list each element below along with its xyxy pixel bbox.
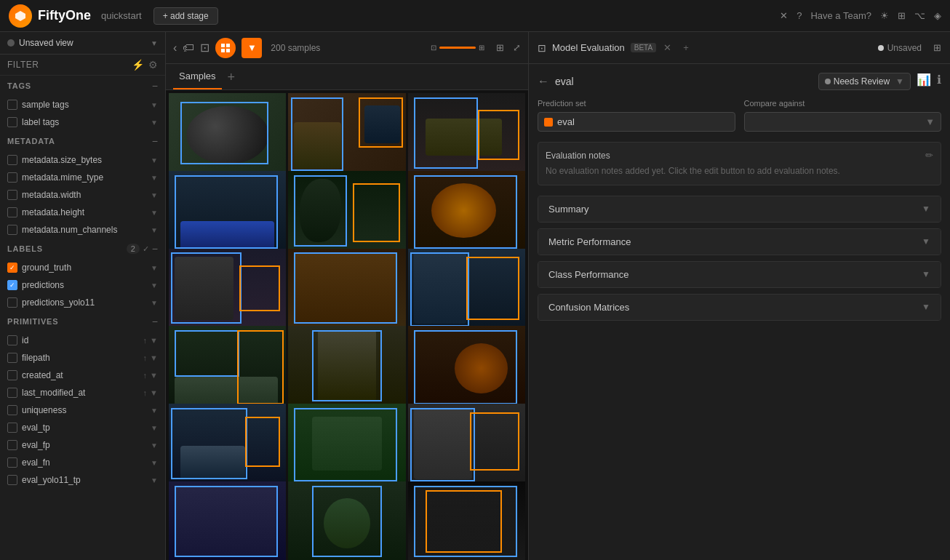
- sidebar-item-uniqueness[interactable]: uniqueness ▼: [0, 401, 165, 419]
- add-panel-button[interactable]: +: [228, 71, 236, 84]
- sidebar-item-sample-tags[interactable]: sample tags ▼: [0, 96, 165, 113]
- lightning-icon[interactable]: ⚡: [132, 59, 144, 71]
- width-checkbox[interactable]: [7, 190, 17, 200]
- close-icon[interactable]: ✕: [780, 10, 788, 21]
- image-cell-15[interactable]: [408, 404, 525, 487]
- sidebar-item-id[interactable]: id ↑▼: [0, 332, 165, 349]
- uniqueness-checkbox[interactable]: [7, 405, 17, 415]
- class-performance-section: Class Performance ▼: [538, 261, 941, 288]
- eval-yolo11-tp-checkbox[interactable]: [7, 475, 17, 485]
- discord-icon[interactable]: ◈: [934, 10, 941, 21]
- grid-toggle-icon[interactable]: ⊞: [496, 42, 504, 53]
- sidebar-item-label-tags[interactable]: label tags ▼: [0, 113, 165, 131]
- github-icon[interactable]: ⌥: [914, 10, 925, 21]
- ground-truth-label: ground_truth: [22, 263, 146, 273]
- info-icon[interactable]: ℹ: [937, 73, 941, 90]
- labels-icon[interactable]: ⊡: [200, 41, 209, 55]
- image-cell-5[interactable]: [288, 171, 405, 255]
- sidebar-item-filepath[interactable]: filepath ↑▼: [0, 349, 165, 367]
- filepath-checkbox[interactable]: [7, 353, 17, 363]
- image-cell-10[interactable]: [169, 326, 286, 409]
- tags-section-header[interactable]: TAGS −: [0, 76, 165, 96]
- prediction-set-input[interactable]: eval: [538, 112, 735, 132]
- image-cell-1[interactable]: [169, 93, 286, 177]
- image-cell-12[interactable]: [408, 326, 525, 409]
- image-cell-16[interactable]: [169, 481, 286, 560]
- panel-add-button[interactable]: +: [683, 42, 689, 53]
- num-channels-checkbox[interactable]: [7, 225, 17, 235]
- samples-tab[interactable]: Samples: [173, 64, 222, 89]
- sidebar-item-predictions-yolo11[interactable]: predictions_yolo11 ▼: [0, 294, 165, 311]
- sidebar-item-eval-yolo11-tp[interactable]: eval_yolo11_tp ▼: [0, 471, 165, 489]
- confusion-matrices-header[interactable]: Confusion Matrices ▼: [538, 295, 941, 320]
- image-cell-14[interactable]: [288, 404, 405, 487]
- sidebar-item-mime-type[interactable]: metadata.mime_type ▼: [0, 169, 165, 186]
- confusion-matrices-title: Confusion Matrices: [548, 302, 922, 313]
- eval-fn-checkbox[interactable]: [7, 457, 17, 468]
- sidebar-item-predictions[interactable]: ✓ predictions ▼: [0, 276, 165, 294]
- ground-truth-checkbox[interactable]: ✓: [7, 263, 17, 273]
- samples-nav-back[interactable]: ‹: [173, 41, 177, 55]
- class-performance-header[interactable]: Class Performance ▼: [538, 262, 941, 287]
- sidebar-item-created-at[interactable]: created_at ↑▼: [0, 367, 165, 384]
- label-tags-checkbox[interactable]: [7, 117, 17, 127]
- primitives-section-header[interactable]: PRIMITIVES −: [0, 311, 165, 332]
- sidebar-item-eval-fp[interactable]: eval_fp ▼: [0, 436, 165, 454]
- image-cell-6[interactable]: [408, 171, 525, 255]
- panel-grid-icon[interactable]: ⊞: [933, 42, 941, 53]
- mime-type-checkbox[interactable]: [7, 172, 17, 183]
- sidebar-item-width[interactable]: metadata.width ▼: [0, 186, 165, 204]
- height-checkbox[interactable]: [7, 207, 17, 217]
- have-a-team[interactable]: Have a Team?: [810, 10, 871, 21]
- eval-tp-checkbox[interactable]: [7, 423, 17, 433]
- size-bytes-checkbox[interactable]: [7, 155, 17, 165]
- metric-performance-header[interactable]: Metric Performance ▼: [538, 229, 941, 255]
- created-at-checkbox[interactable]: [7, 370, 17, 380]
- predictions-checkbox[interactable]: ✓: [7, 280, 17, 290]
- tag-icon[interactable]: 🏷: [183, 41, 194, 55]
- metadata-section-header[interactable]: METADATA −: [0, 131, 165, 151]
- sun-icon[interactable]: ☀: [880, 10, 889, 21]
- compare-against-input[interactable]: ▼: [744, 112, 942, 132]
- back-button[interactable]: ←: [538, 75, 549, 88]
- image-cell-2[interactable]: [288, 93, 405, 177]
- sidebar-item-eval-tp[interactable]: eval_tp ▼: [0, 419, 165, 436]
- image-cell-4[interactable]: [169, 171, 286, 255]
- zoom-track[interactable]: [439, 47, 476, 49]
- sidebar-item-ground-truth[interactable]: ✓ ground_truth ▼: [0, 259, 165, 276]
- image-cell-9[interactable]: [408, 249, 525, 332]
- sidebar-item-num-channels[interactable]: metadata.num_channels ▼: [0, 221, 165, 239]
- last-modified-checkbox[interactable]: [7, 388, 17, 398]
- view-selector[interactable]: Unsaved view ▼: [0, 32, 165, 55]
- id-checkbox[interactable]: [7, 335, 17, 345]
- image-cell-13[interactable]: [169, 404, 286, 487]
- list-view-button[interactable]: ▼: [242, 38, 262, 58]
- predictions-yolo11-checkbox[interactable]: [7, 297, 17, 308]
- eval-fp-checkbox[interactable]: [7, 440, 17, 450]
- summary-header[interactable]: Summary ▼: [538, 196, 941, 222]
- image-cell-18[interactable]: [408, 481, 525, 560]
- grid-icon[interactable]: ⊞: [898, 10, 906, 21]
- panel-close-button[interactable]: ✕: [663, 42, 671, 53]
- chart-icon[interactable]: 📊: [917, 73, 931, 90]
- image-cell-11[interactable]: [288, 326, 405, 409]
- sidebar-item-eval-fn[interactable]: eval_fn ▼: [0, 454, 165, 471]
- needs-review-button[interactable]: Needs Review ▼: [818, 73, 911, 90]
- zoom-slider[interactable]: ⊡ ⊞: [431, 44, 484, 52]
- app-logo[interactable]: [9, 4, 32, 28]
- settings-icon[interactable]: ⚙: [148, 59, 158, 71]
- add-stage-button[interactable]: + add stage: [153, 7, 218, 25]
- sidebar-item-last-modified[interactable]: last_modified_at ↑▼: [0, 384, 165, 401]
- sidebar-item-size-bytes[interactable]: metadata.size_bytes ▼: [0, 151, 165, 169]
- notes-edit-button[interactable]: ✏: [925, 150, 933, 161]
- help-icon[interactable]: ?: [797, 10, 802, 21]
- sample-tags-checkbox[interactable]: [7, 100, 17, 110]
- image-cell-7[interactable]: [169, 249, 286, 332]
- fullscreen-icon[interactable]: ⤢: [513, 42, 521, 53]
- image-cell-3[interactable]: [408, 93, 525, 177]
- labels-section-header[interactable]: LABELS 2 ✓ −: [0, 239, 165, 259]
- sidebar-item-height[interactable]: metadata.height ▼: [0, 204, 165, 221]
- image-cell-8[interactable]: [288, 249, 405, 332]
- image-cell-17[interactable]: [288, 481, 405, 560]
- view-mode-circle-button[interactable]: [215, 38, 236, 58]
